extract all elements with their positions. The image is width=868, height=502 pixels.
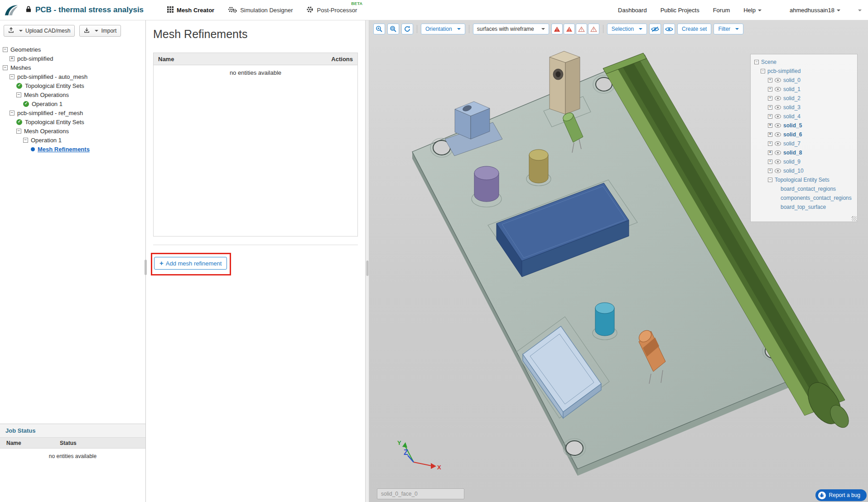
tab-mesh-creator[interactable]: Mesh Creator (167, 6, 214, 14)
collapse-icon[interactable] (23, 138, 28, 143)
collapse-icon[interactable] (16, 129, 21, 134)
scene-tree-item-solid-2[interactable]: solid_2 (753, 94, 854, 103)
hide-selected-button[interactable] (649, 24, 661, 34)
scene-tree-item-pcb-simplified[interactable]: pcb-simplified (753, 67, 854, 76)
expand-icon[interactable] (768, 123, 772, 128)
tree-item-geometries[interactable]: Geometries (0, 45, 145, 54)
simscale-logo-icon[interactable] (4, 4, 19, 17)
scene-tree-item-solid-6[interactable]: solid_6 (753, 130, 854, 139)
scene-tree-item-solid-7[interactable]: solid_7 (753, 139, 854, 148)
add-mesh-refinement-button[interactable]: Add mesh refinement (154, 257, 227, 270)
warning-filter-button-3[interactable] (576, 24, 587, 34)
tree-item-pcb-simplified[interactable]: pcb-simplified (0, 54, 145, 63)
expand-icon[interactable] (768, 105, 772, 110)
collapse-icon[interactable] (754, 60, 759, 64)
render-mode-select[interactable]: surfaces with wireframe (473, 24, 549, 34)
warning-filter-button-4[interactable] (588, 24, 599, 34)
show-all-button[interactable] (663, 24, 675, 34)
expand-icon[interactable] (10, 56, 14, 61)
visibility-eye-icon[interactable] (775, 159, 781, 164)
tab-post-processor[interactable]: BETA Post-Processor (306, 6, 357, 14)
scene-tree-item-board-top-surface[interactable]: board_top_surface (753, 203, 854, 212)
scene-tree-item-components-contact-regions[interactable]: components_contact_regions (753, 193, 854, 203)
selection-button[interactable]: Selection (607, 24, 647, 34)
help-menu[interactable]: Help (743, 7, 762, 14)
scene-tree-item-solid-8[interactable]: solid_8 (753, 148, 854, 157)
expand-icon[interactable] (768, 114, 772, 119)
orientation-button[interactable]: Orientation (421, 24, 465, 34)
nav-link-forum[interactable]: Forum (713, 7, 730, 14)
scene-tree-item-solid-3[interactable]: solid_3 (753, 103, 854, 112)
scene-tree-item-solid-0[interactable]: solid_0 (753, 76, 854, 85)
project-tree: Geometries pcb-simplified Meshes pcb-sim… (0, 40, 145, 424)
panel-resize-handle[interactable] (145, 260, 147, 275)
visibility-eye-icon[interactable] (775, 96, 781, 101)
tab-simulation-designer[interactable]: Simulation Designer (228, 6, 293, 14)
visibility-eye-icon[interactable] (775, 132, 781, 137)
scene-tree-item-solid-4[interactable]: solid_4 (753, 112, 854, 121)
nav-link-public-projects[interactable]: Public Projects (661, 7, 699, 14)
selection-value-input[interactable] (377, 488, 464, 499)
navbar-more-menu[interactable] (856, 7, 862, 14)
collapse-icon[interactable] (761, 69, 765, 73)
component-capacitor-teal[interactable] (595, 303, 614, 336)
component-capacitor-purple[interactable] (474, 166, 499, 202)
collapse-icon[interactable] (3, 65, 8, 70)
warning-filter-button-1[interactable] (551, 24, 563, 34)
nav-link-dashboard[interactable]: Dashboard (618, 7, 647, 14)
scene-tree-item-solid-5[interactable]: solid_5 (753, 121, 854, 130)
scene-tree-item-solid-1[interactable]: solid_1 (753, 85, 854, 94)
user-menu[interactable]: ahmedhussain18 (790, 7, 840, 14)
panel-resize-handle[interactable] (366, 261, 368, 276)
import-button[interactable]: Import (79, 25, 121, 37)
tree-item-topological-entity-sets-2[interactable]: Topological Entity Sets (0, 117, 145, 126)
component-capacitor-olive[interactable] (529, 150, 548, 183)
visibility-eye-icon[interactable] (775, 123, 781, 128)
visibility-eye-icon[interactable] (775, 78, 781, 82)
expand-icon[interactable] (768, 141, 772, 146)
tree-item-mesh-operations-2[interactable]: Mesh Operations (0, 126, 145, 135)
tree-item-mesh-refinements[interactable]: Mesh Refinements (0, 145, 145, 154)
tree-item-mesh-operations[interactable]: Mesh Operations (0, 90, 145, 99)
tree-item-ref-mesh[interactable]: pcb-simplified - ref_mesh (0, 108, 145, 117)
component-block-tan[interactable] (550, 51, 580, 114)
reset-view-button[interactable] (401, 24, 413, 34)
visibility-eye-icon[interactable] (775, 169, 781, 173)
scene-tree-item-board-contact-regions[interactable]: board_contact_regions (753, 184, 854, 193)
tree-item-operation-1[interactable]: Operation 1 (0, 99, 145, 108)
collapse-icon[interactable] (16, 92, 21, 97)
expand-icon[interactable] (768, 169, 772, 173)
warning-filter-button-2[interactable] (564, 24, 575, 34)
report-a-bug-button[interactable]: Report a bug (815, 489, 867, 501)
scene-tree-item-scene[interactable]: Scene (753, 58, 854, 67)
expand-icon[interactable] (768, 96, 772, 101)
upload-cad-mesh-button[interactable]: Upload CAD/mesh (4, 25, 75, 37)
create-set-button[interactable]: Create set (677, 24, 711, 34)
scene-tree-item-solid-9[interactable]: solid_9 (753, 157, 854, 166)
viewport-3d[interactable]: Orientation surfaces with wireframe (369, 20, 868, 502)
visibility-eye-icon[interactable] (775, 87, 781, 92)
visibility-eye-icon[interactable] (775, 141, 781, 146)
tree-item-meshes[interactable]: Meshes (0, 63, 145, 72)
collapse-icon[interactable] (3, 47, 8, 52)
filter-button[interactable]: Filter (714, 24, 743, 34)
visibility-eye-icon[interactable] (775, 105, 781, 110)
zoom-window-button[interactable] (387, 24, 399, 34)
tree-item-auto-mesh[interactable]: pcb-simplified - auto_mesh (0, 72, 145, 81)
scene-tree-item-topological-entity-sets[interactable]: Topological Entity Sets (753, 175, 854, 184)
collapse-icon[interactable] (10, 111, 14, 116)
tree-item-operation-1-ref[interactable]: Operation 1 (0, 135, 145, 145)
expand-icon[interactable] (768, 150, 772, 155)
expand-icon[interactable] (768, 159, 772, 164)
expand-icon[interactable] (768, 78, 772, 82)
scene-tree-item-solid-10[interactable]: solid_10 (753, 166, 854, 175)
visibility-eye-icon[interactable] (775, 114, 781, 119)
expand-icon[interactable] (768, 132, 772, 137)
expand-icon[interactable] (768, 87, 772, 92)
collapse-icon[interactable] (768, 178, 772, 182)
overlay-resize-handle[interactable] (852, 216, 857, 221)
zoom-in-button[interactable] (373, 24, 385, 34)
tree-item-topological-entity-sets[interactable]: Topological Entity Sets (0, 81, 145, 90)
collapse-icon[interactable] (10, 74, 14, 79)
visibility-eye-icon[interactable] (775, 150, 781, 155)
